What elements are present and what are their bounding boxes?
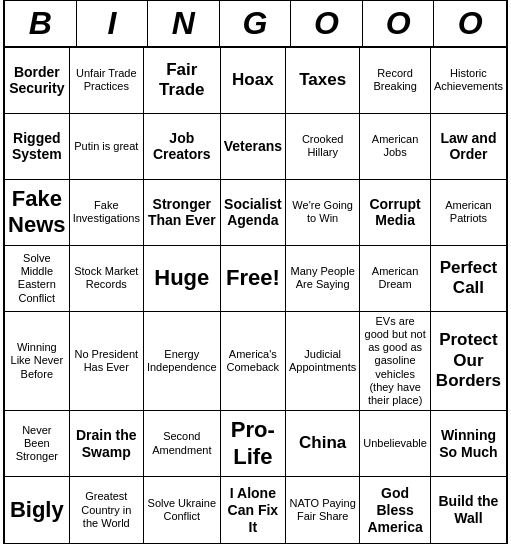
bingo-cell[interactable]: No President Has Ever [70,312,144,411]
header-letter: I [77,1,149,46]
cell-label: Hoax [232,70,274,90]
cell-label: Drain the Swamp [73,427,140,461]
bingo-cell[interactable]: Veterans [221,114,286,180]
bingo-cell[interactable]: I Alone Can Fix It [221,477,286,543]
cell-label: Fair Trade [147,60,217,101]
bingo-cell[interactable]: Many People Are Saying [286,246,360,312]
header-letter: G [220,1,292,46]
bingo-cell[interactable]: Drain the Swamp [70,411,144,477]
header-letter: B [5,1,77,46]
bingo-cell[interactable]: Law and Order [431,114,506,180]
bingo-cell[interactable]: Unbelievable [360,411,431,477]
bingo-grid: Border SecurityUnfair Trade PracticesFai… [5,48,506,543]
bingo-cell[interactable]: We're Going to Win [286,180,360,246]
bingo-cell[interactable]: God Bless America [360,477,431,543]
cell-label: Crooked Hillary [289,133,356,159]
cell-label: Unbelievable [363,437,427,450]
bingo-cell[interactable]: Historic Achievements [431,48,506,114]
bingo-cell[interactable]: Fake Investigations [70,180,144,246]
bingo-cell[interactable]: American Patriots [431,180,506,246]
bingo-cell[interactable]: America's Comeback [221,312,286,411]
bingo-card: BINGOOO Border SecurityUnfair Trade Prac… [3,0,508,544]
bingo-cell[interactable]: American Jobs [360,114,431,180]
bingo-cell[interactable]: Winning So Much [431,411,506,477]
cell-label: Taxes [299,70,346,90]
cell-label: Winning So Much [434,427,503,461]
cell-label: Bigly [10,497,64,523]
bingo-cell[interactable]: Second Amendment [144,411,221,477]
bingo-cell[interactable]: Bigly [5,477,70,543]
cell-label: Veterans [224,138,282,155]
cell-label: Many People Are Saying [289,265,356,291]
header-letter: O [434,1,506,46]
cell-label: Socialist Agenda [224,196,282,230]
cell-label: EVs are good but not as good as gasoline… [363,315,427,407]
cell-label: America's Comeback [224,348,282,374]
cell-label: Job Creators [147,130,217,164]
cell-label: Putin is great [74,140,138,153]
cell-label: American Jobs [363,133,427,159]
bingo-cell[interactable]: Perfect Call [431,246,506,312]
cell-label: Corrupt Media [363,196,427,230]
cell-label: Rigged System [8,130,66,164]
bingo-cell[interactable]: Border Security [5,48,70,114]
bingo-cell[interactable]: American Dream [360,246,431,312]
cell-label: I Alone Can Fix It [224,485,282,535]
bingo-cell[interactable]: China [286,411,360,477]
bingo-cell[interactable]: NATO Paying Fair Share [286,477,360,543]
bingo-cell[interactable]: Huge [144,246,221,312]
cell-label: No President Has Ever [73,348,140,374]
cell-label: Huge [154,265,209,291]
cell-label: Stronger Than Ever [147,196,217,230]
header-letter: O [291,1,363,46]
bingo-cell[interactable]: Fake News [5,180,70,246]
bingo-cell[interactable]: Judicial Appointments [286,312,360,411]
cell-label: Energy Independence [147,348,217,374]
bingo-cell[interactable]: Corrupt Media [360,180,431,246]
bingo-header: BINGOOO [5,1,506,48]
bingo-cell[interactable]: Greatest Country in the World [70,477,144,543]
bingo-cell[interactable]: Solve Ukraine Conflict [144,477,221,543]
cell-label: Judicial Appointments [289,348,356,374]
cell-label: Solve Middle Eastern Conflict [8,252,66,305]
bingo-cell[interactable]: Protect Our Borders [431,312,506,411]
bingo-cell[interactable]: Taxes [286,48,360,114]
bingo-cell[interactable]: Winning Like Never Before [5,312,70,411]
cell-label: Greatest Country in the World [73,490,140,530]
header-letter: N [148,1,220,46]
bingo-cell[interactable]: Crooked Hillary [286,114,360,180]
bingo-cell[interactable]: Record Breaking [360,48,431,114]
cell-label: Record Breaking [363,67,427,93]
cell-label: China [299,433,346,453]
cell-label: NATO Paying Fair Share [289,497,356,523]
bingo-cell[interactable]: Socialist Agenda [221,180,286,246]
bingo-cell[interactable]: Never Been Stronger [5,411,70,477]
bingo-cell[interactable]: Fair Trade [144,48,221,114]
cell-label: Law and Order [434,130,503,164]
bingo-cell[interactable]: Energy Independence [144,312,221,411]
bingo-cell[interactable]: Rigged System [5,114,70,180]
cell-label: Solve Ukraine Conflict [147,497,217,523]
cell-label: Free! [226,265,280,291]
bingo-cell[interactable]: Solve Middle Eastern Conflict [5,246,70,312]
cell-label: American Dream [363,265,427,291]
bingo-cell[interactable]: Free! [221,246,286,312]
cell-label: Border Security [8,64,66,98]
cell-label: Fake News [8,186,66,239]
bingo-cell[interactable]: Pro-Life [221,411,286,477]
bingo-cell[interactable]: Unfair Trade Practices [70,48,144,114]
cell-label: Stock Market Records [73,265,140,291]
bingo-cell[interactable]: Build the Wall [431,477,506,543]
bingo-cell[interactable]: EVs are good but not as good as gasoline… [360,312,431,411]
header-letter: O [363,1,435,46]
bingo-cell[interactable]: Putin is great [70,114,144,180]
cell-label: Pro-Life [224,417,282,470]
cell-label: American Patriots [434,199,503,225]
cell-label: Winning Like Never Before [8,341,66,381]
bingo-cell[interactable]: Hoax [221,48,286,114]
bingo-cell[interactable]: Stronger Than Ever [144,180,221,246]
cell-label: Historic Achievements [434,67,503,93]
cell-label: Build the Wall [434,493,503,527]
bingo-cell[interactable]: Job Creators [144,114,221,180]
bingo-cell[interactable]: Stock Market Records [70,246,144,312]
